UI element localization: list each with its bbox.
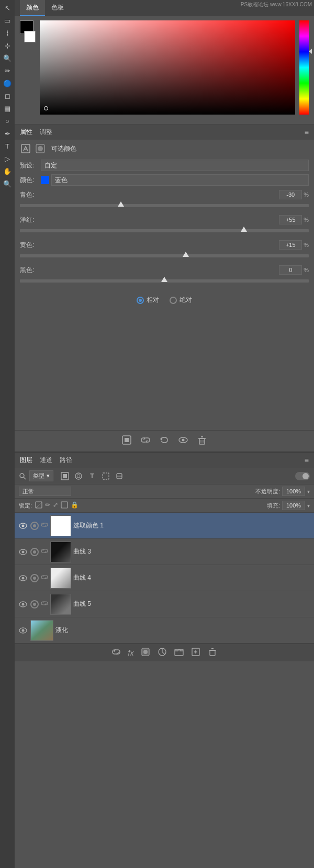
layers-fx-icon[interactable]: fx	[128, 648, 134, 657]
tool-pen[interactable]: ✒	[2, 128, 13, 139]
magenta-slider-row: 洋红: %	[20, 215, 309, 235]
layer-row[interactable]: 曲线 5	[15, 591, 314, 617]
layers-delete-icon[interactable]	[208, 647, 217, 658]
filter-type-icon[interactable]: T	[87, 471, 97, 481]
layer-circle-dot	[33, 577, 36, 580]
svg-rect-5	[125, 438, 129, 442]
lock-all-icon[interactable]: 🔒	[71, 501, 78, 510]
selective-color-icon[interactable]	[20, 143, 31, 154]
bottom-actions	[15, 430, 314, 452]
layer-mask-icon[interactable]	[35, 143, 46, 154]
black-value-input[interactable]	[279, 265, 302, 275]
layer-name: 液化	[55, 626, 311, 635]
background-swatch[interactable]	[24, 31, 36, 42]
layer-row[interactable]: 选取颜色 1	[15, 513, 314, 539]
tool-move[interactable]: ↖	[2, 2, 13, 14]
filter-pixel-icon[interactable]	[60, 471, 70, 481]
opacity-arrow[interactable]: ▾	[307, 489, 310, 494]
tool-shape[interactable]: ▷	[2, 153, 13, 164]
gradient-cursor	[44, 106, 48, 110]
tab-properties[interactable]: 属性	[20, 128, 32, 137]
filter-shape-icon[interactable]	[100, 471, 111, 481]
layer-row[interactable]: 曲线 4	[15, 565, 314, 591]
lock-transparent-icon[interactable]	[35, 501, 42, 510]
lock-position-icon[interactable]: ⤢	[53, 501, 58, 510]
lock-pixels-icon[interactable]: ✏	[45, 501, 50, 510]
preset-select[interactable]: 自定	[41, 160, 309, 171]
layer-chain-icon	[41, 600, 48, 608]
black-slider-row: 黑色: %	[20, 265, 309, 285]
opacity-input[interactable]	[282, 487, 305, 496]
tool-zoom[interactable]: 🔍	[2, 178, 13, 189]
color-select[interactable]: 蓝色	[51, 174, 309, 186]
left-toolbar: ↖ ▭ ⌇ ⊹ 🔍 ✏ 🔵 ◻ ▤ ○ ✒ T ▷ ✋ 🔍	[0, 0, 15, 868]
tool-lasso[interactable]: ⌇	[2, 27, 13, 39]
filter-toggle[interactable]	[295, 472, 310, 480]
tool-clone[interactable]: 🔵	[2, 77, 13, 89]
layers-menu-icon[interactable]: ≡	[305, 456, 309, 465]
radio-relative[interactable]: 相对	[137, 296, 159, 305]
yellow-slider-wrapper[interactable]	[20, 252, 309, 260]
layer-chain-icon	[41, 573, 48, 582]
tab-channels[interactable]: 通道	[40, 456, 52, 465]
tool-hand[interactable]: ✋	[2, 165, 13, 177]
svg-point-19	[77, 475, 80, 478]
layers-link-icon[interactable]	[111, 647, 121, 658]
tab-paths[interactable]: 路径	[60, 456, 72, 465]
tool-eraser[interactable]: ◻	[2, 90, 13, 102]
color-gradient-area[interactable]	[40, 20, 295, 115]
magenta-value-input[interactable]	[279, 215, 302, 224]
action-visibility-icon[interactable]	[178, 435, 188, 447]
tab-color[interactable]: 颜色	[20, 0, 45, 16]
layer-name: 曲线 5	[73, 600, 311, 608]
fill-input[interactable]	[282, 501, 305, 510]
action-delete-icon[interactable]	[197, 435, 207, 447]
tool-text[interactable]: T	[2, 140, 13, 152]
svg-point-29	[22, 550, 25, 553]
layer-circle-icon	[30, 574, 39, 582]
tab-adjustments[interactable]: 调整	[40, 128, 52, 137]
filter-adjust-icon[interactable]	[73, 471, 84, 481]
layers-new-icon[interactable]	[191, 647, 200, 658]
layers-adjustment-icon[interactable]	[158, 647, 167, 658]
tab-layers[interactable]: 图层	[20, 456, 32, 465]
layers-mask-icon[interactable]	[141, 647, 150, 658]
layer-visibility-icon[interactable]	[18, 521, 28, 531]
properties-menu-icon[interactable]: ≡	[305, 128, 309, 137]
action-reset-icon[interactable]	[159, 435, 170, 447]
blend-mode-select[interactable]: 正常	[19, 487, 71, 496]
black-value-group: %	[279, 265, 309, 275]
tool-brush[interactable]: ✏	[2, 65, 13, 76]
color-gradient-box[interactable]	[40, 20, 295, 115]
tool-dodge[interactable]: ○	[2, 115, 13, 127]
fill-arrow[interactable]: ▾	[307, 503, 310, 509]
lock-artboard-icon[interactable]	[61, 501, 68, 510]
tool-select[interactable]: ▭	[2, 15, 13, 26]
tool-eyedropper[interactable]: 🔍	[2, 52, 13, 64]
layers-group-icon[interactable]	[174, 647, 184, 658]
layer-visibility-icon[interactable]	[18, 547, 28, 557]
cyan-slider-wrapper[interactable]	[20, 201, 309, 210]
action-link-icon[interactable]	[140, 435, 151, 447]
filter-type-select[interactable]: 类型 ▾	[29, 470, 53, 481]
svg-point-8	[182, 439, 185, 442]
layer-row[interactable]: 液化	[15, 617, 314, 644]
tab-swatches[interactable]: 色板	[45, 0, 70, 16]
magenta-slider-wrapper[interactable]	[20, 227, 309, 235]
black-slider-header: 黑色: %	[20, 265, 309, 275]
layer-visibility-icon[interactable]	[18, 625, 28, 636]
svg-line-24	[36, 502, 42, 508]
layer-row[interactable]: 曲线 3	[15, 539, 314, 565]
yellow-value-input[interactable]	[279, 240, 302, 250]
cyan-value-input[interactable]	[279, 190, 302, 199]
radio-absolute[interactable]: 绝对	[170, 296, 192, 305]
tool-gradient[interactable]: ▤	[2, 103, 13, 114]
spectrum-bar[interactable]	[299, 20, 309, 115]
tool-crop[interactable]: ⊹	[2, 40, 13, 51]
layer-visibility-icon[interactable]	[18, 599, 28, 610]
layer-visibility-icon[interactable]	[18, 573, 28, 583]
black-slider-wrapper[interactable]	[20, 277, 309, 285]
filter-smart-icon[interactable]	[114, 471, 125, 481]
action-snap-icon[interactable]	[121, 435, 132, 447]
cyan-label: 青色:	[20, 190, 34, 199]
